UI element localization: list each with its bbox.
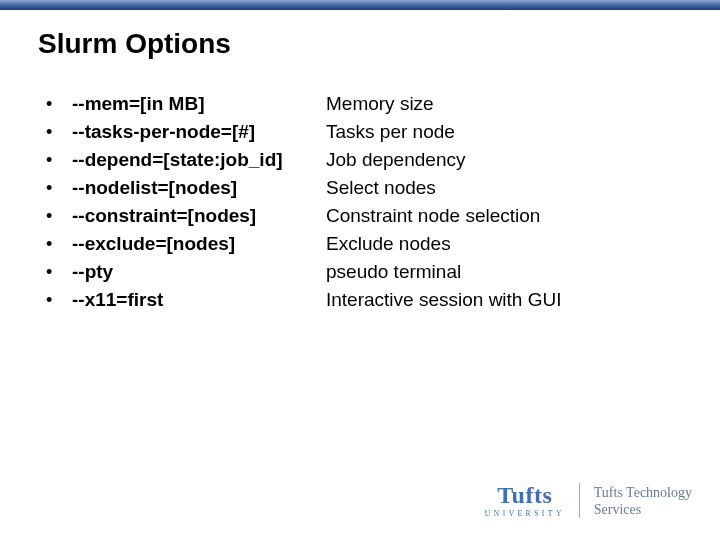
description-text: Interactive session with GUI xyxy=(326,286,561,314)
bullet-icon: • xyxy=(46,146,72,174)
unit-line: Tufts Technology xyxy=(594,484,692,501)
list-item: •--mem=[in MB] xyxy=(46,90,326,118)
option-text: --exclude=[nodes] xyxy=(72,230,235,258)
bullet-icon: • xyxy=(46,258,72,286)
bullet-icon: • xyxy=(46,230,72,258)
content-area: •--mem=[in MB] •--tasks-per-node=[#] •--… xyxy=(0,90,720,314)
list-item: Job dependency xyxy=(326,146,646,174)
brand-name: Tufts xyxy=(497,483,552,507)
bullet-icon: • xyxy=(46,202,72,230)
description-text: Memory size xyxy=(326,90,434,118)
slide-title: Slurm Options xyxy=(38,28,720,60)
brand-subtitle: UNIVERSITY xyxy=(485,509,565,518)
description-text: Exclude nodes xyxy=(326,230,451,258)
descriptions-column: Memory size Tasks per node Job dependenc… xyxy=(326,90,646,314)
bullet-icon: • xyxy=(46,90,72,118)
options-column: •--mem=[in MB] •--tasks-per-node=[#] •--… xyxy=(46,90,326,314)
list-item: Constraint node selection xyxy=(326,202,646,230)
description-text: pseudo terminal xyxy=(326,258,461,286)
option-text: --tasks-per-node=[#] xyxy=(72,118,255,146)
list-item: •--x11=first xyxy=(46,286,326,314)
list-item: •--nodelist=[nodes] xyxy=(46,174,326,202)
option-text: --depend=[state:job_id] xyxy=(72,146,283,174)
list-item: pseudo terminal xyxy=(326,258,646,286)
option-text: --x11=first xyxy=(72,286,163,314)
list-item: Select nodes xyxy=(326,174,646,202)
option-text: --nodelist=[nodes] xyxy=(72,174,237,202)
list-item: Interactive session with GUI xyxy=(326,286,646,314)
bullet-icon: • xyxy=(46,286,72,314)
list-item: •--constraint=[nodes] xyxy=(46,202,326,230)
top-border-bar xyxy=(0,0,720,10)
list-item: Memory size xyxy=(326,90,646,118)
option-text: --pty xyxy=(72,258,113,286)
option-text: --mem=[in MB] xyxy=(72,90,204,118)
description-text: Constraint node selection xyxy=(326,202,540,230)
description-text: Job dependency xyxy=(326,146,465,174)
tufts-logo: Tufts UNIVERSITY xyxy=(485,483,580,518)
list-item: •--depend=[state:job_id] xyxy=(46,146,326,174)
unit-name: Tufts Technology Services xyxy=(594,484,692,518)
list-item: •--pty xyxy=(46,258,326,286)
bullet-icon: • xyxy=(46,174,72,202)
option-text: --constraint=[nodes] xyxy=(72,202,256,230)
footer-logo: Tufts UNIVERSITY Tufts Technology Servic… xyxy=(485,483,692,518)
description-text: Tasks per node xyxy=(326,118,455,146)
list-item: •--tasks-per-node=[#] xyxy=(46,118,326,146)
list-item: •--exclude=[nodes] xyxy=(46,230,326,258)
description-text: Select nodes xyxy=(326,174,436,202)
bullet-icon: • xyxy=(46,118,72,146)
list-item: Exclude nodes xyxy=(326,230,646,258)
unit-line: Services xyxy=(594,501,692,518)
list-item: Tasks per node xyxy=(326,118,646,146)
